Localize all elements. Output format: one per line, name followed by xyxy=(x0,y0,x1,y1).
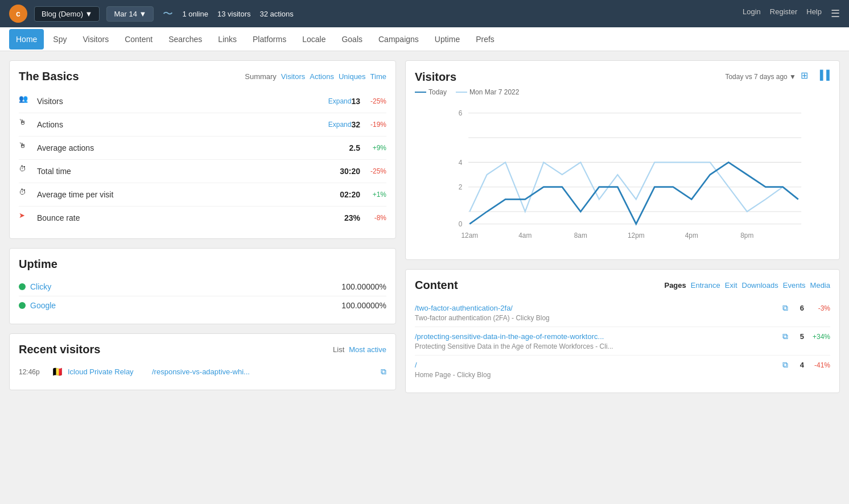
compare-selector[interactable]: Today vs 7 days ago ▼ xyxy=(725,73,796,81)
content-tab-pages[interactable]: Pages xyxy=(664,281,686,290)
basics-panel: The Basics Summary Visitors Actions Uniq… xyxy=(9,60,396,239)
register-link[interactable]: Register xyxy=(770,7,797,20)
visitor-page-link[interactable]: /responsive-vs-adaptive-whi... xyxy=(152,367,376,376)
metric-avg-time: ⏱ Average time per visit 02:20 +1% xyxy=(19,183,386,206)
content-item-1: /two-factor-authentication-2fa/ ⧉ 6 -3% … xyxy=(415,299,830,327)
line-chart-icon[interactable]: ⊞ xyxy=(801,70,814,84)
avg-time-change: +1% xyxy=(365,191,386,199)
visitors-change: -25% xyxy=(365,97,386,105)
chart-container: 6 4 2 0 12am 4am 8am 12pm 4pm 8pm xyxy=(415,101,830,250)
actions-value: 32 xyxy=(351,120,360,129)
content-icon-1: ⧉ xyxy=(782,303,788,313)
nav-campaigns[interactable]: Campaigns xyxy=(372,29,426,49)
visitors-value: 13 xyxy=(351,97,360,106)
avg-actions-label: Average actions xyxy=(37,143,349,152)
google-uptime: 100.00000% xyxy=(341,301,386,310)
login-link[interactable]: Login xyxy=(743,7,761,20)
bounce-label: Bounce rate xyxy=(37,213,344,222)
nav-home[interactable]: Home xyxy=(9,29,44,49)
visitors-chart-title: Visitors xyxy=(415,71,456,84)
nav-links[interactable]: Links xyxy=(211,29,244,49)
recent-links: List Most active xyxy=(333,345,386,354)
list-label[interactable]: List xyxy=(333,345,344,354)
legend-prev-line xyxy=(456,92,467,93)
svg-text:8pm: 8pm xyxy=(740,232,753,239)
nav-visitors[interactable]: Visitors xyxy=(76,29,116,49)
recent-title: Recent visitors xyxy=(19,343,100,356)
visitors-line-chart: 6 4 2 0 12am 4am 8am 12pm 4pm 8pm xyxy=(415,101,830,249)
metric-total-time: ⏱ Total time 30:20 -25% xyxy=(19,160,386,183)
logo-button[interactable]: c xyxy=(9,5,27,23)
content-title: Content xyxy=(415,279,458,292)
top-nav-right: Login Register Help ☰ xyxy=(743,7,840,20)
hamburger-menu-icon[interactable]: ☰ xyxy=(831,7,840,20)
nav-searches[interactable]: Searches xyxy=(162,29,209,49)
recent-visitors-panel: Recent visitors List Most active 12:46p … xyxy=(9,333,396,390)
clicky-label[interactable]: Clicky xyxy=(30,282,341,291)
clicky-uptime: 100.00000% xyxy=(341,282,386,291)
site-selector[interactable]: Blog (Demo) ▼ xyxy=(34,6,100,22)
svg-text:12am: 12am xyxy=(461,232,478,239)
avg-time-value: 02:20 xyxy=(340,190,360,199)
nav-locale[interactable]: Locale xyxy=(295,29,332,49)
content-tab-media[interactable]: Media xyxy=(810,281,830,290)
legend-today-label: Today xyxy=(428,88,447,96)
nav-spy[interactable]: Spy xyxy=(46,29,73,49)
content-tab-entrance[interactable]: Entrance xyxy=(691,281,720,290)
svg-text:4: 4 xyxy=(459,159,463,167)
uptime-google: Google 100.00000% xyxy=(19,296,386,315)
time-tab-link[interactable]: Time xyxy=(370,72,386,81)
svg-text:4pm: 4pm xyxy=(685,232,698,239)
svg-text:4am: 4am xyxy=(518,232,531,239)
content-link-1[interactable]: /two-factor-authentication-2fa/ xyxy=(415,304,778,312)
content-desc-2: Protecting Sensitive Data in the Age of … xyxy=(415,342,830,350)
bar-chart-icon[interactable]: ▐▐ xyxy=(817,70,830,84)
nav-platforms[interactable]: Platforms xyxy=(246,29,293,49)
summary-label: Summary xyxy=(245,72,277,81)
help-link[interactable]: Help xyxy=(806,7,822,20)
google-label[interactable]: Google xyxy=(30,301,341,310)
clicky-status-dot xyxy=(19,283,26,290)
online-count: 1 online xyxy=(182,10,208,18)
content-tab-events[interactable]: Events xyxy=(783,281,806,290)
content-change-3: -41% xyxy=(809,361,830,369)
uniques-tab-link[interactable]: Uniques xyxy=(339,72,366,81)
content-count-1: 6 xyxy=(793,304,804,312)
visitor-name[interactable]: Icloud Private Relay xyxy=(68,367,147,376)
live-stats: 1 online 13 visitors 32 actions xyxy=(182,10,293,18)
most-active-label[interactable]: Most active xyxy=(349,345,386,354)
visitors-label: Visitors xyxy=(37,97,325,106)
sub-navigation: Home Spy Visitors Content Searches Links… xyxy=(0,27,849,51)
visitors-count: 13 visitors xyxy=(217,10,251,18)
nav-prefs[interactable]: Prefs xyxy=(469,29,501,49)
content-link-3[interactable]: / xyxy=(415,361,778,369)
visitor-time: 12:46p xyxy=(19,368,47,376)
actions-expand[interactable]: Expand xyxy=(328,121,352,129)
legend-today-line xyxy=(415,92,426,93)
actions-change: -19% xyxy=(365,121,386,129)
actions-tab-link[interactable]: Actions xyxy=(310,72,334,81)
content-tabs: Pages Entrance Exit Downloads Events Med… xyxy=(664,281,830,290)
chart-legend: Today Mon Mar 7 2022 xyxy=(415,88,830,96)
avg-actions-change: +9% xyxy=(365,144,386,152)
content-tab-downloads[interactable]: Downloads xyxy=(742,281,778,290)
total-time-label: Total time xyxy=(37,167,340,176)
nav-content[interactable]: Content xyxy=(118,29,159,49)
nav-uptime[interactable]: Uptime xyxy=(428,29,467,49)
content-tab-exit[interactable]: Exit xyxy=(725,281,737,290)
visitors-controls: Today vs 7 days ago ▼ ⊞ ▐▐ xyxy=(725,70,830,84)
content-item-3: / ⧉ 4 -41% Home Page - Clicky Blog xyxy=(415,356,830,383)
nav-goals[interactable]: Goals xyxy=(335,29,369,49)
svg-text:8am: 8am xyxy=(574,232,587,239)
svg-text:2: 2 xyxy=(459,183,463,191)
content-change-2: +34% xyxy=(809,333,830,341)
basics-title: The Basics xyxy=(19,70,79,83)
date-selector[interactable]: Mar 14 ▼ xyxy=(106,6,154,22)
avg-time-icon: ⏱ xyxy=(19,188,32,201)
chart-toggle-icon[interactable]: 〜 xyxy=(160,5,175,23)
google-status-dot xyxy=(19,302,26,309)
content-link-2[interactable]: /protecting-sensitive-data-in-the-age-of… xyxy=(415,332,778,341)
visitors-expand[interactable]: Expand xyxy=(328,97,352,105)
summary-links: Summary Visitors Actions Uniques Time xyxy=(245,72,386,81)
visitors-tab-link[interactable]: Visitors xyxy=(281,72,305,81)
